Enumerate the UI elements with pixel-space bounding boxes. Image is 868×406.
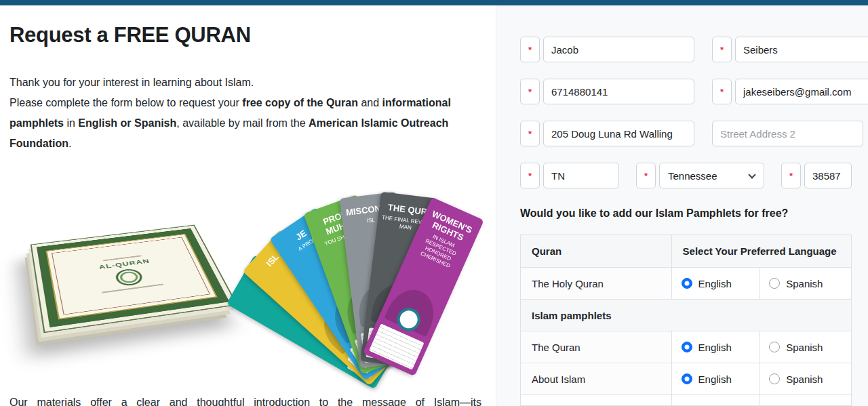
street-address-input[interactable]	[543, 121, 694, 146]
intro-bold-free-copy: free copy of the Quran	[242, 97, 358, 108]
radio-button[interactable]	[769, 278, 780, 289]
empty-cell	[521, 395, 672, 406]
street-address-group: *	[520, 121, 694, 146]
column-header-language: Select Your Preferred Language	[671, 235, 851, 268]
option-the-quran-spanish[interactable]: Spanish	[760, 331, 852, 363]
book-decor-line	[102, 283, 163, 293]
email-input[interactable]	[735, 79, 868, 104]
radio-button[interactable]	[682, 278, 692, 289]
required-asterisk: *	[636, 163, 656, 188]
item-label-the-quran: The Quran	[521, 331, 672, 363]
state-select-value: Tennessee	[668, 170, 717, 182]
radio-button[interactable]	[682, 373, 692, 384]
intro-text: in	[64, 117, 78, 129]
radio-label: Spanish	[786, 373, 823, 385]
option-the-quran-english[interactable]: English	[671, 331, 760, 363]
table-row-partial	[521, 395, 852, 406]
intro-text: and	[358, 97, 382, 108]
request-form-panel: * * * * *	[496, 5, 868, 406]
required-asterisk: *	[712, 79, 732, 104]
page-title: Request a FREE QURAN	[9, 23, 251, 47]
email-group: *	[712, 79, 868, 104]
phone-group: *	[520, 79, 694, 104]
empty-cell	[760, 395, 852, 406]
table-header-row: Quran Select Your Preferred Language	[521, 235, 852, 268]
radio-button[interactable]	[769, 373, 780, 384]
last-name-input[interactable]	[735, 37, 868, 62]
pamphlets-fan-image: ISL JE A PROP PROP MUHA YOU SHO THE MISC…	[268, 180, 509, 377]
chevron-down-icon	[748, 171, 755, 178]
radio-label: Spanish	[786, 342, 823, 353]
option-holy-quran-spanish[interactable]: Spanish	[760, 268, 852, 300]
page: Request a FREE QURAN Thank you for your …	[0, 0, 868, 406]
intro-text: , available by mail from the	[176, 117, 309, 129]
item-label-about-islam: About Islam	[521, 363, 672, 395]
quran-book-image: AL-QURAN	[23, 183, 247, 373]
empty-cell	[671, 395, 760, 406]
table-row: The Quran English Spanish	[521, 331, 852, 363]
option-about-islam-english[interactable]: English	[671, 363, 760, 395]
required-asterisk: *	[520, 37, 540, 62]
table-section-row: Islam pamphlets	[521, 300, 852, 331]
state-select[interactable]: Tennessee	[659, 163, 764, 188]
intro-paragraph: Thank you for your interest in learning …	[9, 73, 481, 154]
required-asterisk: *	[781, 163, 801, 188]
radio-label: English	[698, 373, 732, 385]
required-asterisk: *	[712, 37, 732, 62]
option-holy-quran-english[interactable]: English	[671, 268, 760, 300]
city-group: *	[520, 163, 619, 188]
intro-bold-languages: English or Spanish	[78, 117, 176, 129]
last-name-group: *	[712, 37, 868, 62]
radio-label: English	[698, 278, 732, 289]
first-name-input[interactable]	[543, 37, 694, 62]
required-asterisk: *	[520, 121, 540, 146]
pamphlets-question: Would you like to add our Islam Pamphlet…	[520, 207, 852, 220]
section-label-islam-pamphlets: Islam pamphlets	[521, 300, 852, 331]
book-ornate-border: AL-QURAN	[37, 228, 229, 327]
radio-button[interactable]	[682, 342, 692, 352]
required-asterisk: *	[520, 79, 540, 104]
street-address2-input[interactable]	[712, 121, 863, 146]
content-column: Request a FREE QURAN Thank you for your …	[0, 5, 496, 406]
intro-line1: Thank you for your interest in learning …	[9, 77, 254, 88]
item-label-holy-quran: The Holy Quran	[521, 268, 672, 300]
book-inner-panel: AL-QURAN	[52, 237, 210, 315]
top-navigation-bar	[0, 0, 868, 5]
phone-input[interactable]	[543, 79, 694, 104]
table-row: The Holy Quran English Spanish	[521, 268, 852, 300]
intro-text: .	[68, 138, 71, 149]
radio-button[interactable]	[769, 342, 780, 352]
radio-label: English	[698, 342, 732, 353]
street-address2-group	[712, 121, 863, 146]
required-asterisk: *	[520, 163, 540, 188]
intro-text: Please complete the form below to reques…	[9, 97, 242, 108]
zip-input[interactable]	[804, 163, 852, 188]
option-about-islam-spanish[interactable]: Spanish	[760, 363, 852, 395]
first-name-group: *	[520, 37, 694, 62]
state-group: * Tennessee	[636, 163, 764, 188]
city-input[interactable]	[543, 163, 619, 188]
radio-label: Spanish	[786, 278, 823, 289]
book-cover: AL-QURAN	[31, 225, 238, 333]
table-row: About Islam English Spanish	[521, 363, 852, 395]
materials-paragraph: Our materials offer a clear and thoughtf…	[9, 394, 481, 406]
calligraphy-emblem-icon	[114, 268, 145, 287]
column-header-quran: Quran	[521, 235, 672, 268]
language-selection-table: Quran Select Your Preferred Language The…	[520, 235, 852, 406]
zip-group: *	[781, 163, 852, 188]
